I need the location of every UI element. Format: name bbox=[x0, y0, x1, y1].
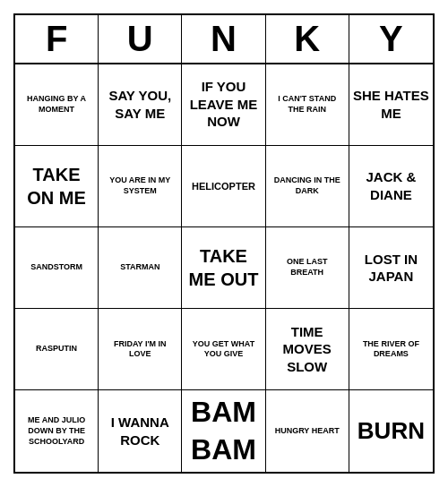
cell-text-10: SANDSTORM bbox=[30, 262, 82, 273]
cell-23: HUNGRY HEART bbox=[266, 390, 349, 472]
cell-text-21: I WANNA ROCK bbox=[102, 414, 177, 449]
cell-10: SANDSTORM bbox=[15, 227, 99, 309]
cell-3: I CAN'T STAND THE RAIN bbox=[266, 64, 349, 146]
cell-2: IF YOU LEAVE ME NOW bbox=[182, 64, 265, 146]
cell-9: JACK & DIANE bbox=[349, 146, 433, 227]
cell-text-17: YOU GET WHAT YOU GIVE bbox=[185, 339, 261, 360]
cell-text-24: BURN bbox=[358, 416, 425, 447]
cell-text-1: SAY YOU, SAY ME bbox=[102, 87, 177, 122]
cell-5: TAKE ON ME bbox=[15, 146, 99, 227]
cell-text-6: YOU ARE IN MY SYSTEM bbox=[102, 175, 177, 196]
cell-text-2: IF YOU LEAVE ME NOW bbox=[185, 78, 261, 131]
cell-text-23: HUNGRY HEART bbox=[275, 426, 340, 437]
cell-7: HELICOPTER bbox=[182, 146, 265, 227]
cell-1: SAY YOU, SAY ME bbox=[99, 64, 182, 146]
header-U: U bbox=[99, 15, 182, 63]
cell-text-7: HELICOPTER bbox=[192, 180, 255, 192]
cell-8: DANCING IN THE DARK bbox=[266, 146, 349, 227]
cell-4: SHE HATES ME bbox=[349, 64, 433, 146]
header-row: FUNKY bbox=[15, 15, 433, 64]
cell-text-11: STARMAN bbox=[120, 262, 159, 273]
cell-18: TIME MOVES SLOW bbox=[266, 309, 349, 390]
cell-17: YOU GET WHAT YOU GIVE bbox=[182, 309, 265, 390]
cell-0: HANGING BY A MOMENT bbox=[15, 64, 99, 146]
cell-text-15: RASPUTIN bbox=[36, 344, 77, 355]
cell-text-9: JACK & DIANE bbox=[353, 168, 429, 203]
cell-text-13: ONE LAST BREATH bbox=[270, 257, 345, 278]
header-N: N bbox=[182, 15, 265, 63]
cell-text-14: LOST IN JAPAN bbox=[353, 251, 429, 286]
header-Y: Y bbox=[349, 15, 433, 63]
cell-text-5: TAKE ON ME bbox=[19, 163, 94, 209]
cell-22: BAM BAM bbox=[182, 390, 265, 472]
cell-text-22: BAM BAM bbox=[185, 394, 261, 468]
cell-19: THE RIVER OF DREAMS bbox=[349, 309, 433, 390]
cell-text-3: I CAN'T STAND THE RAIN bbox=[270, 94, 345, 115]
cell-text-12: TAKE ME OUT bbox=[185, 244, 261, 291]
cell-text-19: THE RIVER OF DREAMS bbox=[353, 339, 429, 360]
cell-text-16: FRIDAY I'M IN LOVE bbox=[102, 339, 177, 360]
cell-text-18: TIME MOVES SLOW bbox=[270, 323, 345, 376]
cell-text-4: SHE HATES ME bbox=[353, 87, 429, 122]
cell-14: LOST IN JAPAN bbox=[349, 227, 433, 309]
bingo-grid: HANGING BY A MOMENTSAY YOU, SAY MEIF YOU… bbox=[15, 64, 433, 473]
bingo-card: FUNKY HANGING BY A MOMENTSAY YOU, SAY ME… bbox=[13, 13, 435, 474]
cell-16: FRIDAY I'M IN LOVE bbox=[99, 309, 182, 390]
header-F: F bbox=[15, 15, 99, 63]
cell-11: STARMAN bbox=[99, 227, 182, 309]
cell-12: TAKE ME OUT bbox=[182, 227, 265, 309]
cell-20: ME AND JULIO DOWN BY THE SCHOOLYARD bbox=[15, 390, 99, 472]
cell-text-0: HANGING BY A MOMENT bbox=[19, 94, 94, 115]
cell-13: ONE LAST BREATH bbox=[266, 227, 349, 309]
cell-6: YOU ARE IN MY SYSTEM bbox=[99, 146, 182, 227]
cell-text-20: ME AND JULIO DOWN BY THE SCHOOLYARD bbox=[19, 415, 94, 447]
header-K: K bbox=[266, 15, 349, 63]
cell-15: RASPUTIN bbox=[15, 309, 99, 390]
cell-21: I WANNA ROCK bbox=[99, 390, 182, 472]
cell-24: BURN bbox=[349, 390, 433, 472]
cell-text-8: DANCING IN THE DARK bbox=[270, 175, 345, 196]
